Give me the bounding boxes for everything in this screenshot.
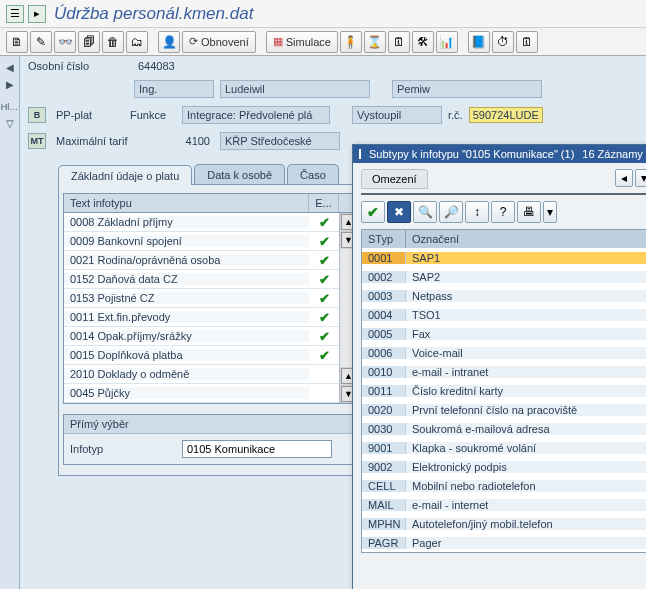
tool-btn-3[interactable]: 🗓 [388,31,410,53]
row-check: ✔ [309,329,339,344]
title-icon-left[interactable]: ☰ [6,5,24,23]
infotyp-label: Infotyp [70,443,170,455]
tool-btn-7[interactable]: ⏱ [492,31,514,53]
tool-btn-6[interactable]: 📘 [468,31,490,53]
overview-button[interactable]: 🗂 [126,31,148,53]
popup-row[interactable]: 9001Klapka - soukromé volání [362,438,646,457]
popup-col-styp[interactable]: STyp [362,230,406,248]
popup-row-code: MAIL [362,499,406,511]
tool-btn-8[interactable]: 🗓 [516,31,538,53]
lastname-field[interactable]: Ludeiwil [220,80,370,98]
popup-row[interactable]: 0006Voice-mail [362,343,646,362]
popup-row[interactable]: 0003Netpass [362,286,646,305]
popup-cancel-button[interactable]: ✖ [387,201,411,223]
obnoveni-label: Obnovení [201,36,249,48]
table-row[interactable]: 0021 Rodina/oprávněná osoba✔ [64,251,339,270]
popup-row[interactable]: CELLMobilní nebo radiotelefon [362,476,646,495]
popup-print-button[interactable]: 🖶 [517,201,541,223]
nav-expand-icon[interactable]: ▽ [6,118,14,129]
popup-col-oznaceni[interactable]: Označení [406,230,646,248]
title-prefix-field[interactable]: Ing. [134,80,214,98]
table-row[interactable]: 2010 Doklady o odměně [64,365,339,384]
popup-row[interactable]: MAILe-mail - internet [362,495,646,514]
table-row[interactable]: 0152 Daňová data CZ✔ [64,270,339,289]
popup-omezeni-tab[interactable]: Omezení [361,169,428,189]
row-label: 0153 Pojistné CZ [64,292,309,304]
simulace-button[interactable]: ▦Simulace [266,31,338,53]
popup-row[interactable]: 0005Fax [362,324,646,343]
funkce-field[interactable]: Integrace: Předvolené plá [182,106,330,124]
nav-collapse-right[interactable]: ▶ [6,79,14,90]
infotyp-input[interactable] [182,440,332,458]
row-check: ✔ [309,348,339,363]
check-icon: ✔ [319,291,330,306]
table-row[interactable]: 0014 Opak.příjmy/srážky✔ [64,327,339,346]
popup-row[interactable]: 0020První telefonní číslo na pracoviště [362,400,646,419]
osobni-cislo-value: 644083 [134,60,204,72]
vystoupil-field[interactable]: Vystoupil [352,106,442,124]
popup-row[interactable]: 0001SAP1 [362,248,646,267]
table-row[interactable]: 0045 Půjčky [64,384,339,403]
glasses-button[interactable]: 👓 [54,31,76,53]
popup-row-name: Netpass [406,290,646,302]
copy-button[interactable]: 🗐 [78,31,100,53]
popup-row[interactable]: 0010e-mail - intranet [362,362,646,381]
tab-data-osobe[interactable]: Data k osobě [194,164,285,184]
rc-value: 590724LUDE [469,107,543,123]
popup-row[interactable]: 0011Číslo kreditní karty [362,381,646,400]
tab-zakladni[interactable]: Základní údaje o platu [58,165,192,185]
popup-row-code: 0005 [362,328,406,340]
table-row[interactable]: 0011 Ext.fin.převody✔ [64,308,339,327]
popup-row[interactable]: MPHNAutotelefon/jiný mobil.telefon [362,514,646,533]
popup-row[interactable]: 0004TSO1 [362,305,646,324]
nav-collapse-left[interactable]: ◀ [6,62,14,73]
title-icon-right[interactable]: ▸ [28,5,46,23]
firstname-field[interactable]: Pemiw [392,80,542,98]
popup-titlebar[interactable]: Subtypy k infotypu "0105 Komunikace" (1)… [353,145,646,163]
run-button[interactable]: 👤 [158,31,180,53]
popup-row-code: 0030 [362,423,406,435]
popup-row[interactable]: 0002SAP2 [362,267,646,286]
popup-help-button[interactable]: ? [491,201,515,223]
check-icon: ✔ [319,272,330,287]
list-col-name[interactable]: Text infotypu [64,194,309,212]
obnoveni-button[interactable]: ⟳Obnovení [182,31,256,53]
table-row[interactable]: 0009 Bankovní spojení✔ [64,232,339,251]
popup-menu-down-icon[interactable]: ▾ [635,169,646,187]
popup-row[interactable]: 9002Elektronický podpis [362,457,646,476]
max-tarif-txt[interactable]: KŘP Středočeské [220,132,340,150]
list-col-e[interactable]: E... [309,194,339,212]
row-check: ✔ [309,253,339,268]
primy-vyber-head: Přímý výběr [64,415,357,434]
delete-button[interactable]: 🗑 [102,31,124,53]
tab-caso[interactable]: Časo [287,164,339,184]
new-doc-button[interactable]: 🗎 [6,31,28,53]
popup-row-name: První telefonní číslo na pracoviště [406,404,646,416]
table-row[interactable]: 0015 Doplňková platba✔ [64,346,339,365]
popup-row[interactable]: 0030Soukromá e-mailová adresa [362,419,646,438]
popup-row-code: 0011 [362,385,406,397]
tool-btn-4[interactable]: 🛠 [412,31,434,53]
table-row[interactable]: 0153 Pojistné CZ✔ [64,289,339,308]
popup-menu-left-icon[interactable]: ◂ [615,169,633,187]
tool-btn-5[interactable]: 📊 [436,31,458,53]
main-area: Osobní číslo 644083 Ing. Ludeiwil Pemiw … [20,56,646,589]
row-label: 0009 Bankovní spojení [64,235,309,247]
popup-row[interactable]: PAGRPager [362,533,646,552]
popup-row-name: Pager [406,537,646,549]
row-label: 0021 Rodina/oprávněná osoba [64,254,309,266]
tool-btn-2[interactable]: ⌛ [364,31,386,53]
popup-row-name: Voice-mail [406,347,646,359]
popup-find-next-button[interactable]: 🔎 [439,201,463,223]
tool-btn-1[interactable]: 🧍 [340,31,362,53]
edit-button[interactable]: ✎ [30,31,52,53]
popup-sort-button[interactable]: ↕ [465,201,489,223]
popup-accept-button[interactable]: ✔ [361,201,385,223]
popup-more-button[interactable]: ▾ [543,201,557,223]
row-label: 0045 Půjčky [64,387,309,399]
row-label: 0152 Daňová data CZ [64,273,309,285]
popup-find-button[interactable]: 🔍 [413,201,437,223]
rc-label: r.č. [448,109,463,121]
table-row[interactable]: 0008 Základní příjmy✔ [64,213,339,232]
window-title: Údržba personál.kmen.dat [54,4,253,24]
